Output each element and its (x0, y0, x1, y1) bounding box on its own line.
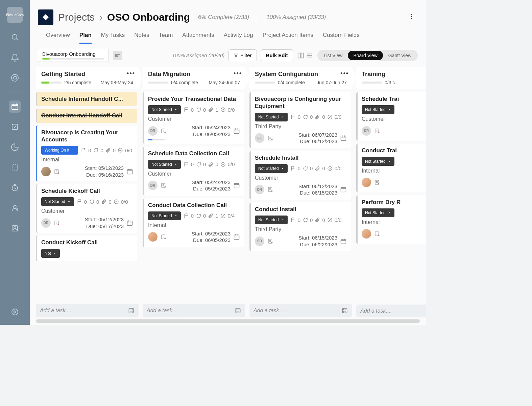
svg-point-49 (271, 139, 272, 140)
task-card[interactable]: Schedule Trai Not StartedCustomer DR StD (356, 92, 426, 141)
status-pill[interactable]: Not Started (362, 208, 394, 217)
page-title: OSO Onboarding (107, 12, 190, 23)
task-card[interactable]: Conduct Internal Handoff Call (36, 109, 137, 122)
add-task-input[interactable]: Add a task.... (143, 304, 245, 317)
users-icon[interactable] (9, 202, 21, 214)
card-owner: Third Party (255, 123, 347, 130)
task-card[interactable]: Bivouacorp is Configuring your Equipment… (249, 92, 351, 148)
card-title: Conduct Trai (362, 147, 426, 154)
time-icon[interactable] (9, 182, 21, 194)
status-pill[interactable]: Not Started (255, 113, 288, 121)
assignee-avatar[interactable]: DR (41, 218, 51, 228)
search-icon[interactable] (9, 31, 21, 43)
breadcrumb-root[interactable]: Projects (58, 12, 95, 23)
tab-notes[interactable]: Notes (134, 32, 149, 44)
assignee-avatar[interactable]: DR (148, 126, 158, 136)
task-card[interactable]: Perform Dry R Not StartedInternal StD (356, 195, 426, 244)
status-pill[interactable]: Not Started (41, 197, 74, 206)
status-pill[interactable]: Not Started (255, 164, 288, 173)
svg-rect-5 (12, 165, 18, 170)
svg-rect-54 (341, 187, 346, 192)
add-task-input[interactable]: Add a task.... (356, 304, 426, 317)
assignee-avatar[interactable]: SD (255, 236, 264, 246)
column-body: Schedule Internal Handoff C...Conduct In… (36, 92, 139, 301)
svg-rect-44 (236, 308, 240, 313)
assignee-avatar[interactable]: DR (362, 126, 371, 136)
add-task-input[interactable]: Add a task.... (249, 304, 352, 317)
tab-activity-log[interactable]: Activity Log (224, 32, 253, 44)
more-menu-icon[interactable] (406, 10, 418, 24)
tab-custom-fields[interactable]: Custom Fields (323, 32, 360, 44)
status-pill[interactable]: Not Started (362, 157, 394, 166)
assignee-avatar[interactable] (41, 167, 51, 176)
task-card[interactable]: Conduct Kickoff Call Not (36, 235, 137, 261)
svg-rect-58 (341, 239, 346, 244)
add-task-input[interactable]: Add a task.... (36, 304, 139, 317)
horizontal-scrollbar[interactable] (36, 319, 420, 323)
card-title: Conduct Data Collection Call (148, 202, 240, 209)
task-card[interactable]: Schedule Kickoff Call Not Started 0000/0… (36, 184, 137, 233)
filter-button[interactable]: Filter (228, 49, 257, 61)
card-dates: Start: 05/24/2023Due: 06/05/2023 (192, 124, 231, 137)
view-list-view[interactable]: List View (318, 51, 348, 60)
bulk-edit-button[interactable]: Bulk Edit (261, 49, 293, 61)
bell-icon[interactable] (9, 51, 21, 64)
templates-icon[interactable] (9, 161, 21, 174)
tab-plan[interactable]: Plan (79, 32, 92, 44)
column-complete-text: 0/4 complete (171, 80, 198, 85)
assignee-avatar[interactable] (148, 232, 158, 242)
task-card[interactable]: Schedule Install Not Started 0000/0 Cust… (249, 151, 351, 200)
tab-team[interactable]: Team (159, 32, 173, 44)
column-menu-icon[interactable]: ••• (340, 70, 349, 77)
status-pill[interactable]: Not Started (148, 211, 181, 220)
assignee-avatar[interactable]: DR (255, 185, 264, 194)
column-title: Getting Started (41, 71, 133, 78)
assignee-avatar[interactable]: EL (255, 133, 264, 143)
task-card[interactable]: Schedule Internal Handoff C... (36, 92, 137, 106)
status-pill[interactable]: Working On It (41, 146, 78, 155)
tab-project-action-items[interactable]: Project Action Items (263, 32, 313, 44)
view-gantt-view[interactable]: Gantt View (383, 51, 417, 60)
task-card[interactable]: Provide Your Transactional Data Not Star… (143, 92, 244, 144)
task-card[interactable]: Bivouacorp is Creating Your Accounts Wor… (36, 126, 137, 182)
status-pill[interactable]: Not Started (148, 105, 181, 114)
project-chip[interactable]: Bivouacorp Onboarding (38, 49, 109, 62)
view-board-view[interactable]: Board View (348, 51, 383, 60)
card-dates: Start: 05/29/2023Due: 06/05/2023 (192, 230, 231, 244)
assignee-avatar[interactable] (362, 178, 371, 187)
column-title: Training (362, 71, 426, 78)
card-stats: 0000/0 (184, 161, 235, 167)
task-card[interactable]: Schedule Data Collection Call Not Starte… (143, 146, 244, 195)
column-0: Getting Started ••• 2/5 complete May 08-… (36, 67, 139, 317)
card-owner: Third Party (255, 226, 347, 232)
at-icon[interactable] (9, 72, 21, 84)
svg-rect-39 (234, 183, 239, 188)
column-menu-icon[interactable]: ••• (234, 70, 242, 77)
task-card[interactable]: Conduct Data Collection Call Not Started… (143, 198, 244, 247)
contacts-icon[interactable] (9, 222, 21, 234)
task-card[interactable]: Conduct Install Not Started 0000/0 Third… (249, 202, 351, 251)
task-card[interactable]: Conduct Trai Not StartedInternal StD (356, 143, 426, 192)
tasks-icon[interactable] (9, 121, 21, 133)
status-pill[interactable]: Not Started (362, 105, 394, 114)
reports-icon[interactable] (9, 141, 21, 153)
tab-my-tasks[interactable]: My Tasks (101, 32, 125, 44)
assignee-avatar[interactable]: DR (148, 181, 158, 190)
project-chip-avatar[interactable]: BT (113, 51, 122, 60)
tab-attachments[interactable]: Attachments (182, 32, 214, 44)
tabs: OverviewPlanMy TasksNotesTeamAttachments… (38, 25, 418, 44)
card-title: Conduct Kickoff Call (41, 239, 133, 246)
org-logo[interactable]: BivouaCorp (7, 7, 23, 23)
status-pill[interactable]: Not (41, 249, 60, 258)
svg-point-23 (58, 173, 59, 174)
assignee-avatar[interactable] (362, 229, 371, 239)
column-menu-icon[interactable]: ••• (127, 70, 135, 77)
status-pill[interactable]: Not Started (255, 216, 288, 224)
tab-overview[interactable]: Overview (46, 32, 70, 44)
layout-icons[interactable] (297, 52, 313, 59)
help-icon[interactable] (9, 306, 21, 318)
projects-icon[interactable] (9, 100, 21, 113)
svg-point-7 (14, 205, 16, 208)
svg-rect-61 (344, 311, 346, 313)
status-pill[interactable]: Not Started (148, 160, 181, 169)
